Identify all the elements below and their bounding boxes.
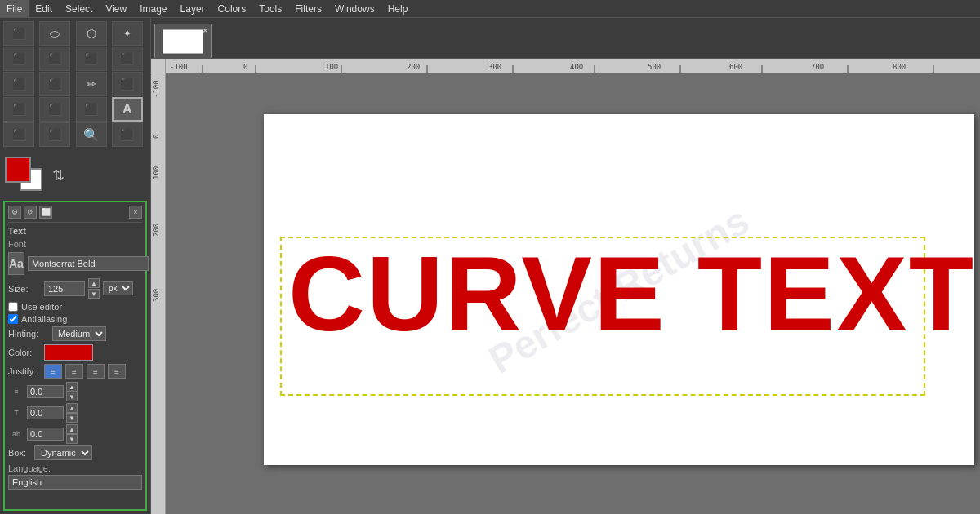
swatch-container	[5, 157, 46, 194]
svg-text:200: 200	[407, 63, 420, 71]
svg-text:0: 0	[152, 135, 160, 139]
font-row: Font	[8, 239, 142, 249]
tab-close-btn[interactable]: ✕	[202, 26, 208, 35]
size-up-btn[interactable]: ▲	[88, 278, 100, 288]
language-label: Language:	[8, 463, 142, 473]
line-spacing-up[interactable]: ▲	[66, 382, 78, 392]
panel-close-icon[interactable]: ×	[129, 206, 142, 219]
menu-edit[interactable]: Edit	[29, 0, 59, 17]
use-editor-row: Use editor	[8, 302, 142, 312]
v-ruler-svg: -100 0 100 200 300	[151, 73, 166, 514]
airbrush-tool[interactable]: ⬛	[39, 97, 70, 122]
use-editor-checkbox[interactable]	[8, 302, 18, 312]
menu-select[interactable]: Select	[59, 0, 99, 17]
menu-image[interactable]: Image	[133, 0, 173, 17]
svg-text:200: 200	[152, 224, 160, 237]
svg-text:500: 500	[648, 63, 661, 71]
size-row: Size: ▲ ▼ px pt	[8, 278, 142, 299]
panel-header: ⚙ ↺ ⬜ ×	[8, 206, 142, 223]
menu-tools[interactable]: Tools	[252, 0, 288, 17]
font-name-input[interactable]	[28, 256, 149, 271]
ellipse-select-tool[interactable]: ⬭	[39, 21, 70, 46]
zoom-tool[interactable]: 🔍	[76, 122, 107, 147]
tool-icons-grid: ⬛ ⬭ ⬡ ✦ ⬛ ⬛ ⬛ ⬛ ⬛ ⬛ ✏ ⬛ ⬛ ⬛ ⬛ A ⬛ ⬛ 🔍 ⬛	[0, 18, 150, 150]
word-spacing-up[interactable]: ▲	[66, 424, 78, 434]
text-tool[interactable]: A	[112, 97, 143, 122]
svg-text:100: 100	[152, 166, 160, 179]
pencil-tool[interactable]: ✏	[76, 72, 107, 96]
svg-text:-100: -100	[152, 80, 160, 98]
menu-bar: File Edit Select View Image Layer Colors…	[0, 0, 980, 18]
text-tool-options-panel: ⚙ ↺ ⬜ × Text Font Aa Size: ▲	[3, 201, 147, 511]
foreground-color-swatch[interactable]	[5, 157, 31, 183]
flip-tool[interactable]: ⬛	[112, 47, 143, 71]
menu-view[interactable]: View	[99, 0, 133, 17]
word-spacing-icon: ab	[8, 428, 24, 440]
color-picker-tool[interactable]: ⬛	[112, 122, 143, 147]
line-spacing-input[interactable]	[27, 385, 64, 398]
menu-file[interactable]: File	[0, 0, 29, 17]
justify-fill-btn[interactable]: ≡	[108, 364, 126, 379]
transform-tool[interactable]: ⬛	[39, 47, 70, 71]
size-down-btn[interactable]: ▼	[88, 289, 100, 299]
blend-tool[interactable]: ⬛	[39, 72, 70, 96]
tab-thumbnail	[163, 29, 203, 54]
panel-title: Text	[8, 226, 142, 236]
right-area: ✕ -100 0 100 200	[151, 18, 980, 514]
letter-spacing-up[interactable]: ▲	[66, 403, 78, 413]
measure-tool[interactable]: ⬛	[39, 122, 70, 147]
menu-help[interactable]: Help	[381, 0, 415, 17]
fuzzy-select-tool[interactable]: ✦	[112, 21, 143, 46]
menu-layer[interactable]: Layer	[174, 0, 212, 17]
word-spacing-down[interactable]: ▼	[66, 434, 78, 444]
color-label: Color:	[8, 348, 41, 357]
text-color-swatch[interactable]	[44, 344, 93, 361]
paintbrush-tool[interactable]: ⬛	[112, 72, 143, 96]
clone-tool[interactable]: ⬛	[76, 97, 107, 122]
justify-label: Justify:	[8, 366, 41, 376]
svg-text:400: 400	[570, 63, 583, 71]
canvas-scroll[interactable]: -100 0 100 200 300 Perfect Returns	[151, 73, 980, 514]
image-tab[interactable]: ✕	[154, 24, 212, 58]
svg-text:700: 700	[811, 63, 824, 71]
bucket-fill-tool[interactable]: ⬛	[3, 72, 34, 96]
swap-colors-icon[interactable]: ⇅	[52, 166, 65, 184]
unit-select[interactable]: px pt	[103, 281, 133, 295]
crop-tool[interactable]: ⬛	[3, 47, 34, 71]
svg-text:100: 100	[325, 63, 338, 71]
language-input[interactable]	[8, 475, 142, 490]
justify-right-btn[interactable]: ≡	[87, 364, 105, 379]
menu-filters[interactable]: Filters	[288, 0, 328, 17]
hinting-select[interactable]: Medium None Slight Full	[52, 326, 106, 341]
word-spacing-input[interactable]	[27, 428, 64, 441]
line-spacing-row: ≡ ▲ ▼	[8, 382, 142, 401]
panel-icon-3[interactable]: ⬜	[39, 206, 52, 219]
justify-center-btn[interactable]: ≡	[65, 364, 83, 379]
svg-text:600: 600	[729, 63, 742, 71]
panel-icon-2[interactable]: ↺	[24, 206, 37, 219]
letter-spacing-down[interactable]: ▼	[66, 413, 78, 423]
letter-spacing-input[interactable]	[27, 406, 64, 419]
horizontal-ruler: -100 0 100 200 300 400 500	[166, 59, 980, 73]
box-select[interactable]: Dynamic Fixed	[34, 445, 92, 460]
ruler-row: -100 0 100 200 300 400 500	[151, 59, 980, 73]
perspective-tool[interactable]: ⬛	[76, 47, 107, 71]
menu-windows[interactable]: Windows	[328, 0, 381, 17]
justify-left-btn[interactable]: ≡	[44, 364, 62, 379]
rect-select-tool[interactable]: ⬛	[3, 21, 34, 46]
eraser-tool[interactable]: ⬛	[3, 97, 34, 122]
hinting-label: Hinting:	[8, 329, 49, 339]
letter-spacing-row: T ▲ ▼	[8, 403, 142, 423]
menu-colors[interactable]: Colors	[212, 0, 253, 17]
antialiasing-checkbox[interactable]	[8, 314, 18, 324]
svg-text:0: 0	[243, 63, 247, 71]
line-spacing-down[interactable]: ▼	[66, 392, 78, 401]
path-tool[interactable]: ⬛	[3, 122, 34, 147]
panel-icon-1[interactable]: ⚙	[8, 206, 21, 219]
antialiasing-label: Antialiasing	[21, 314, 67, 324]
free-select-tool[interactable]: ⬡	[76, 21, 107, 46]
svg-text:800: 800	[893, 63, 906, 71]
language-section: Language:	[8, 463, 142, 490]
size-input[interactable]	[44, 281, 85, 296]
color-swatches-area: ⇅	[0, 153, 150, 197]
